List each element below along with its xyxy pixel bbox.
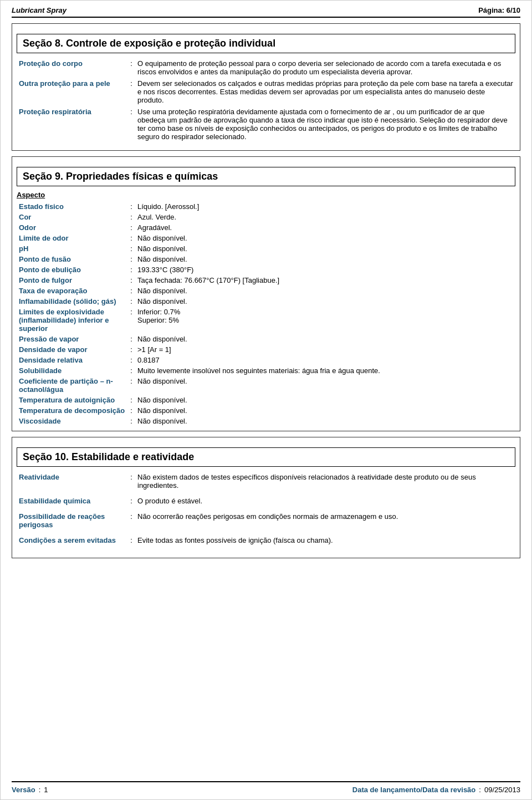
colon: : [127, 201, 135, 212]
aspecto-label: Aspecto [17, 191, 515, 199]
prop-label: Taxa de evaporação [17, 286, 127, 296]
prop-value: Não disponível. [135, 233, 515, 243]
colon: : [127, 106, 135, 142]
version-value: 1 [44, 786, 48, 794]
table-row: Viscosidade:Não disponível. [17, 416, 515, 426]
prop-value: Muito levemente insolúvel nos seguintes … [135, 365, 515, 376]
table-row: Ponto de ebulição:193.33°C (380°F) [17, 264, 515, 275]
table-row: Inflamabilidade (sólido; gás):Não dispon… [17, 296, 515, 307]
document-title: Lubricant Spray [12, 6, 66, 14]
colon: : [127, 395, 135, 405]
section-9-table: Estado físico:Líquido. [Aerossol.]Cor:Az… [17, 201, 515, 426]
table-row: Reatividade:Não existem dados de testes … [17, 471, 515, 495]
section-9-title: Seção 9. Propriedades físicas e químicas [23, 171, 509, 182]
table-row: Ponto de fulgor:Taça fechada: 76.667°C (… [17, 275, 515, 286]
table-row: Solubilidade:Muito levemente insolúvel n… [17, 365, 515, 376]
table-row: Estado físico:Líquido. [Aerossol.] [17, 201, 515, 212]
section-10: Seção 10. Estabilidade e reatividade Rea… [12, 437, 520, 558]
prop-value: Azul. Verde. [135, 212, 515, 222]
table-row: Proteção do corpo : O equipamento de pro… [17, 58, 515, 78]
colon: : [127, 471, 135, 495]
prop-label: Odor [17, 222, 127, 233]
colon: : [127, 222, 135, 233]
colon: : [127, 243, 135, 254]
colon: : [127, 78, 135, 106]
section-10-title: Seção 10. Estabilidade e reatividade [23, 451, 509, 463]
date-value: 09/25/2013 [484, 786, 520, 794]
table-row: Possibilidade de reações perigosas:Não o… [17, 511, 515, 534]
footer-left: Versão : 1 [12, 786, 48, 794]
colon: : [127, 233, 135, 243]
row-value: Não existem dados de testes específicos … [135, 471, 515, 495]
table-row: Temperatura de decomposição:Não disponív… [17, 405, 515, 416]
prop-label: Solubilidade [17, 365, 127, 376]
colon: : [127, 264, 135, 275]
section-8-header: Seção 8. Controle de exposição e proteçã… [17, 34, 515, 53]
prop-value: Agradável. [135, 222, 515, 233]
colon: : [127, 58, 135, 78]
row-label: Outra proteção para a pele [17, 78, 127, 106]
page-footer: Versão : 1 Data de lançamento/Data da re… [12, 781, 520, 794]
row-label: Proteção respiratória [17, 106, 127, 142]
colon: : [127, 254, 135, 264]
table-row: Odor:Agradável. [17, 222, 515, 233]
row-label: Estabilidade química [17, 495, 127, 511]
section-8-table: Proteção do corpo : O equipamento de pro… [17, 58, 515, 142]
footer-colon-2: : [479, 786, 481, 794]
row-value: O equipamento de proteção pessoal para o… [135, 58, 515, 78]
section-10-table: Reatividade:Não existem dados de testes … [17, 471, 515, 550]
prop-label: pH [17, 243, 127, 254]
prop-value: Taça fechada: 76.667°C (170°F) [Tagliabu… [135, 275, 515, 286]
prop-label: Temperatura de decomposição [17, 405, 127, 416]
footer-colon-1: : [39, 786, 41, 794]
prop-label: Limite de odor [17, 233, 127, 243]
row-value: Não ocorrerão reações perigosas em condi… [135, 511, 515, 534]
section-8-title: Seção 8. Controle de exposição e proteçã… [23, 38, 509, 49]
table-row: Limite de odor:Não disponível. [17, 233, 515, 243]
row-value: Use uma proteção respiratória devidament… [135, 106, 515, 142]
prop-label: Densidade de vapor [17, 344, 127, 355]
prop-value: 193.33°C (380°F) [135, 264, 515, 275]
prop-label: Ponto de fulgor [17, 275, 127, 286]
colon: : [127, 334, 135, 344]
colon: : [127, 344, 135, 355]
prop-label: Pressão de vapor [17, 334, 127, 344]
date-label: Data de lançamento/Data da revisão [352, 786, 476, 794]
prop-value: >1 [Ar = 1] [135, 344, 515, 355]
prop-value: Líquido. [Aerossol.] [135, 201, 515, 212]
section-8: Seção 8. Controle de exposição e proteçã… [12, 23, 520, 151]
colon: : [127, 365, 135, 376]
section-9-header: Seção 9. Propriedades físicas e químicas [17, 167, 515, 186]
table-row: pH:Não disponível. [17, 243, 515, 254]
prop-value: Não disponível. [135, 416, 515, 426]
prop-value: Não disponível. [135, 405, 515, 416]
page-wrapper: Lubricant Spray Página: 6/10 Seção 8. Co… [0, 0, 532, 800]
prop-label: Coeficiente de partição – n-octanol/água [17, 376, 127, 395]
colon: : [127, 405, 135, 416]
prop-label: Ponto de ebulição [17, 264, 127, 275]
section-10-header: Seção 10. Estabilidade e reatividade [17, 447, 515, 467]
row-label: Condições a serem evitadas [17, 534, 127, 550]
colon: : [127, 212, 135, 222]
colon: : [127, 307, 135, 334]
prop-label: Ponto de fusão [17, 254, 127, 264]
prop-value: Não disponível. [135, 254, 515, 264]
prop-value: Não disponível. [135, 296, 515, 307]
prop-label: Inflamabilidade (sólido; gás) [17, 296, 127, 307]
colon: : [127, 376, 135, 395]
row-value: O produto é estável. [135, 495, 515, 511]
colon: : [127, 495, 135, 511]
section-9: Seção 9. Propriedades físicas e químicas… [12, 156, 520, 431]
colon: : [127, 296, 135, 307]
prop-label: Densidade relativa [17, 355, 127, 365]
prop-value: Não disponível. [135, 286, 515, 296]
colon: : [127, 355, 135, 365]
table-row: Taxa de evaporação:Não disponível. [17, 286, 515, 296]
prop-value: Não disponível. [135, 334, 515, 344]
prop-value: Inferior: 0.7%Superior: 5% [135, 307, 515, 334]
prop-value: Não disponível. [135, 395, 515, 405]
row-label: Possibilidade de reações perigosas [17, 511, 127, 534]
footer-right: Data de lançamento/Data da revisão : 09/… [352, 786, 520, 794]
table-row: Temperatura de autoignição:Não disponíve… [17, 395, 515, 405]
table-row: Proteção respiratória : Use uma proteção… [17, 106, 515, 142]
